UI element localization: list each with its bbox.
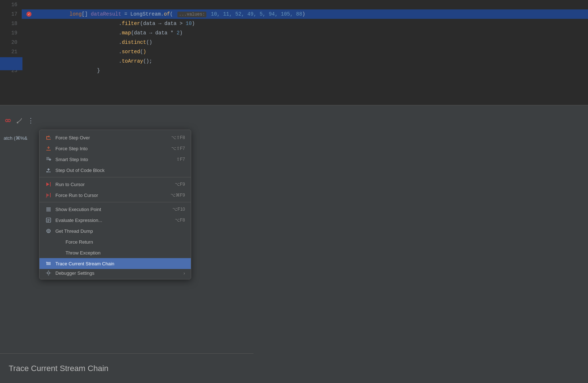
svg-point-18	[48, 230, 49, 232]
evaluate-icon	[45, 217, 52, 223]
separator-1	[39, 177, 191, 177]
force-step-into-label: Force Step Into	[55, 146, 168, 151]
code-line-16	[22, 0, 588, 9]
code-line-19: .map(data → data * 2)	[22, 28, 588, 38]
show-execution-label: Show Execution Point	[55, 207, 169, 212]
debugger-toolbar: ⋮	[0, 111, 72, 130]
line-numbers: 16 17 18 19 20 21 22 23	[0, 0, 22, 105]
menu-item-throw-exception[interactable]: Throw Exception	[39, 247, 191, 258]
code-line-18: .filter(data → data > 10)	[22, 19, 588, 28]
menu-item-trace-stream[interactable]: Trace Current Stream Chain	[39, 258, 191, 269]
blue-accent-panel	[0, 57, 22, 70]
svg-text:F: F	[46, 196, 47, 198]
show-execution-shortcut: ⌥F10	[172, 207, 185, 212]
force-run-cursor-shortcut: ⌥⌘F9	[171, 193, 185, 198]
force-step-over-shortcut: ⌥⇧F8	[171, 135, 185, 140]
step-out-code-icon	[45, 167, 52, 173]
force-run-cursor-label: Force Run to Cursor	[55, 193, 167, 198]
code-line-23: }	[22, 66, 588, 75]
context-menu: ↑ Force Step Over ⌥⇧F8 Force Step Into ⌥…	[39, 130, 191, 279]
menu-item-thread-dump[interactable]: Get Thread Dump	[39, 226, 191, 236]
smart-step-into-label: Smart Step Into	[55, 157, 173, 162]
bottom-tooltip-text: Trace Current Stream Chain	[9, 364, 109, 373]
svg-point-1	[8, 119, 10, 122]
menu-item-force-step-into[interactable]: Force Step Into ⌥⇧F7	[39, 143, 191, 154]
svg-point-3	[17, 122, 18, 123]
throw-exception-label: Throw Exception	[55, 250, 185, 256]
step-out-code-label: Step Out of Code Block	[55, 168, 181, 173]
force-return-icon	[45, 239, 52, 245]
svg-text:↑: ↑	[50, 136, 51, 139]
run-to-cursor-shortcut: ⌥F9	[175, 182, 185, 187]
menu-item-smart-step-into[interactable]: Smart Step Into ⇧F7	[39, 154, 191, 165]
force-step-into-icon	[45, 145, 52, 152]
code-line-22: .toArray();	[22, 56, 588, 66]
evaluate-shortcut: ⌥F8	[175, 218, 185, 223]
debugger-settings-arrow: ›	[184, 270, 185, 276]
watch-label: atch (⌘%&	[4, 135, 28, 141]
menu-item-force-return[interactable]: Force Return	[39, 236, 191, 247]
debugger-settings-icon	[45, 270, 52, 276]
menu-item-show-execution[interactable]: Show Execution Point ⌥F10	[39, 204, 191, 215]
code-line-17: ✓ long[] dataResult = LongStream.of( ...…	[22, 9, 588, 19]
thread-dump-label: Get Thread Dump	[55, 228, 181, 234]
thread-dump-icon	[45, 228, 52, 234]
run-to-cursor-label: Run to Cursor	[55, 182, 171, 187]
more-options-icon[interactable]: ⋮	[28, 117, 34, 125]
separator-2	[39, 202, 191, 202]
code-content: ✓ long[] dataResult = LongStream.of( ...…	[22, 0, 588, 105]
menu-item-force-step-over[interactable]: ↑ Force Step Over ⌥⇧F8	[39, 132, 191, 143]
svg-point-0	[5, 119, 8, 122]
breakpoint-17: ✓	[25, 12, 33, 17]
trace-stream-label: Trace Current Stream Chain	[55, 261, 185, 266]
svg-rect-26	[46, 262, 47, 263]
menu-item-debugger-settings[interactable]: Debugger Settings ›	[39, 269, 191, 277]
force-step-over-icon: ↑	[45, 134, 52, 141]
smart-step-into-icon	[45, 156, 52, 163]
evaluate-label: Evaluate Expression...	[55, 218, 171, 223]
code-line-20: .distinct()	[22, 38, 588, 47]
smart-step-into-shortcut: ⇧F7	[176, 157, 185, 162]
force-return-label: Force Return	[55, 239, 185, 245]
force-run-cursor-icon: F	[45, 192, 52, 198]
bottom-tooltip-bar: Trace Current Stream Chain	[0, 353, 253, 383]
force-step-over-label: Force Step Over	[55, 135, 168, 140]
debugger-settings-label: Debugger Settings	[55, 270, 180, 276]
trace-stream-icon	[45, 260, 52, 267]
watch-panel: atch (⌘%&	[0, 131, 38, 144]
brush-icon[interactable]	[16, 117, 23, 124]
menu-item-step-out-code-block[interactable]: Step Out of Code Block	[39, 165, 191, 176]
code-editor: 16 17 18 19 20 21 22 23 ✓ long[] dataRes…	[0, 0, 588, 105]
show-execution-icon	[45, 206, 52, 212]
menu-item-force-run-cursor[interactable]: F Force Run to Cursor ⌥⌘F9	[39, 190, 191, 201]
svg-point-27	[47, 272, 50, 274]
throw-exception-icon	[45, 249, 52, 256]
separator	[0, 105, 588, 105]
menu-item-evaluate[interactable]: Evaluate Expression... ⌥F8	[39, 215, 191, 226]
force-step-into-shortcut: ⌥⇧F7	[171, 146, 185, 151]
breakpoint-icon: ✓	[26, 12, 32, 17]
run-to-cursor-icon	[45, 181, 52, 188]
link-icon[interactable]	[4, 117, 12, 124]
menu-item-run-to-cursor[interactable]: Run to Cursor ⌥F9	[39, 179, 191, 190]
code-line-21: .sorted()	[22, 47, 588, 56]
